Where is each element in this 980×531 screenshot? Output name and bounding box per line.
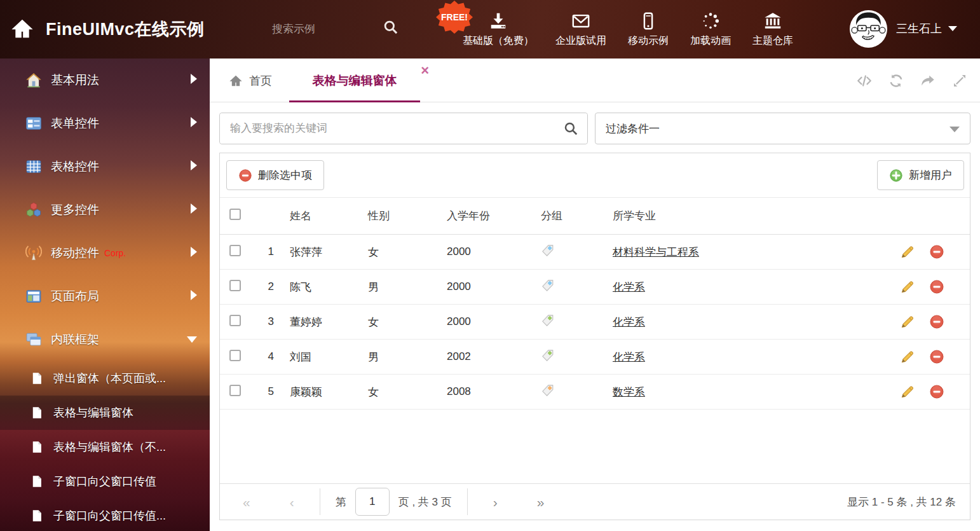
sidebar-item-6[interactable]: 页面布局 (0, 275, 210, 318)
table-row[interactable]: 3董婷婷女2000化学系 (220, 305, 970, 340)
sidebar-subitem-3[interactable]: 表格与编辑窗体（不... (0, 430, 210, 464)
app-title: FineUIMvc在线示例 (46, 18, 205, 41)
nav-item-3[interactable]: 移动示例 (628, 11, 669, 48)
nav-item-1[interactable]: 基础版（免费） (463, 11, 534, 48)
main-content: 首页 表格与编辑窗体 × (210, 59, 980, 531)
cell-name: 陈飞 (287, 280, 365, 294)
next-page-button[interactable]: › (493, 495, 498, 509)
sidebar-item-1[interactable]: 基本用法 (0, 59, 210, 102)
cell-name: 张萍萍 (287, 245, 365, 259)
nav-item-label: 移动示例 (628, 34, 669, 48)
tag-icon[interactable] (541, 314, 555, 328)
search-icon[interactable] (383, 19, 399, 36)
home-icon[interactable] (10, 17, 34, 41)
cell-year: 2008 (444, 385, 538, 398)
mobile-icon (639, 11, 658, 31)
last-page-button[interactable]: » (537, 495, 545, 509)
row-checkbox[interactable] (229, 385, 241, 396)
table-row[interactable]: 2陈飞男2000化学系 (220, 270, 970, 305)
tag-icon[interactable] (541, 383, 555, 397)
table-row[interactable]: 4刘国男2002化学系 (220, 340, 970, 375)
major-link[interactable]: 化学系 (613, 281, 645, 293)
sidebar-item-3[interactable]: 表格控件 (0, 145, 210, 188)
nav-item-5[interactable]: 主题仓库 (752, 11, 793, 48)
row-checkbox[interactable] (229, 315, 241, 326)
cell-gender: 男 (365, 350, 444, 364)
add-user-button[interactable]: 新增用户 (877, 160, 964, 190)
delete-minus-icon[interactable] (929, 244, 944, 259)
edit-pencil-icon[interactable] (900, 349, 915, 364)
delete-minus-icon[interactable] (929, 314, 944, 329)
code-icon[interactable] (857, 73, 872, 88)
column-header-4[interactable]: 分组 (538, 209, 609, 223)
expand-icon[interactable] (952, 73, 967, 88)
file-icon (31, 406, 43, 419)
home-color-icon (25, 72, 42, 88)
row-checkbox[interactable] (229, 280, 241, 291)
cell-year: 2000 (444, 245, 538, 258)
sidebar-subitem-4[interactable]: 子窗口向父窗口传值 (0, 464, 210, 499)
column-header-1[interactable]: 姓名 (287, 209, 365, 223)
tag-icon[interactable] (541, 348, 555, 362)
nav-item-label: 加载动画 (690, 34, 731, 48)
table-row[interactable]: 5康颖颖女2008数学系 (220, 375, 970, 410)
sidebar-item-5[interactable]: 移动控件Corp. (0, 231, 210, 275)
major-link[interactable]: 化学系 (613, 351, 645, 363)
user-menu[interactable]: 三生石上 (896, 21, 957, 36)
sidebar-item-2[interactable]: 表单控件 (0, 102, 210, 145)
edit-pencil-icon[interactable] (900, 384, 915, 399)
major-link[interactable]: 材料科学与工程系 (613, 246, 699, 258)
select-all-checkbox[interactable] (229, 209, 241, 220)
sidebar: 基本用法表单控件表格控件更多控件移动控件Corp.页面布局内联框架弹出窗体（本页… (0, 59, 210, 531)
edit-pencil-icon[interactable] (900, 279, 915, 294)
forward-icon[interactable] (920, 73, 936, 88)
row-checkbox[interactable] (229, 350, 241, 361)
sidebar-subitem-label: 子窗口向父窗口传值 (53, 474, 156, 489)
sidebar-subitem-1[interactable]: 弹出窗体（本页面或... (0, 361, 210, 396)
nav-item-label: 企业版试用 (555, 34, 606, 48)
filter-dropdown[interactable]: 过滤条件一 (595, 113, 970, 144)
delete-selected-button[interactable]: 删除选中项 (226, 160, 324, 190)
add-user-label: 新增用户 (909, 168, 952, 183)
column-header-5[interactable]: 所学专业 (609, 209, 875, 223)
search-icon[interactable] (563, 121, 579, 137)
tag-icon[interactable] (541, 279, 555, 293)
prev-page-button[interactable]: ‹ (290, 495, 294, 509)
keyword-search-box (219, 113, 588, 144)
sidebar-item-4[interactable]: 更多控件 (0, 188, 210, 231)
sidebar-subitem-label: 表格与编辑窗体（不... (53, 439, 166, 455)
first-page-button[interactable]: « (243, 495, 250, 509)
layout-color-icon (25, 288, 42, 305)
filter-row: 过滤条件一 (210, 113, 980, 144)
major-link[interactable]: 数学系 (613, 386, 645, 398)
tab-grid-edit-window[interactable]: 表格与编辑窗体 × (289, 59, 420, 102)
delete-minus-icon[interactable] (929, 279, 944, 294)
delete-minus-icon[interactable] (929, 349, 944, 364)
nav-item-2[interactable]: 企业版试用 (555, 11, 606, 48)
tab-home-label: 首页 (249, 73, 272, 88)
form-color-icon (25, 115, 42, 132)
major-link[interactable]: 化学系 (613, 316, 645, 328)
row-number: 3 (255, 315, 287, 328)
page-number-input[interactable] (355, 488, 390, 516)
column-header-2[interactable]: 性别 (365, 209, 444, 223)
refresh-icon[interactable] (888, 73, 904, 88)
row-checkbox[interactable] (229, 245, 241, 256)
edit-pencil-icon[interactable] (900, 244, 915, 259)
sidebar-subitem-5[interactable]: 子窗口向父窗口传值... (0, 499, 210, 531)
table-row[interactable]: 1张萍萍女2000材料科学与工程系 (220, 235, 970, 270)
tag-icon[interactable] (541, 244, 555, 258)
avatar[interactable] (850, 10, 887, 48)
sidebar-subitem-2[interactable]: 表格与编辑窗体 (0, 396, 210, 430)
sidebar-item-7[interactable]: 内联框架 (0, 318, 210, 361)
row-number: 4 (255, 350, 287, 363)
close-icon[interactable]: × (421, 64, 429, 78)
keyword-search-input[interactable] (220, 113, 587, 144)
header-search-input[interactable] (272, 19, 374, 39)
chevron-down-icon (948, 26, 957, 31)
edit-pencil-icon[interactable] (900, 314, 915, 329)
column-header-3[interactable]: 入学年份 (444, 209, 538, 223)
nav-item-4[interactable]: 加载动画 (690, 11, 731, 48)
delete-minus-icon[interactable] (929, 384, 944, 399)
tab-home[interactable]: 首页 (229, 59, 272, 102)
